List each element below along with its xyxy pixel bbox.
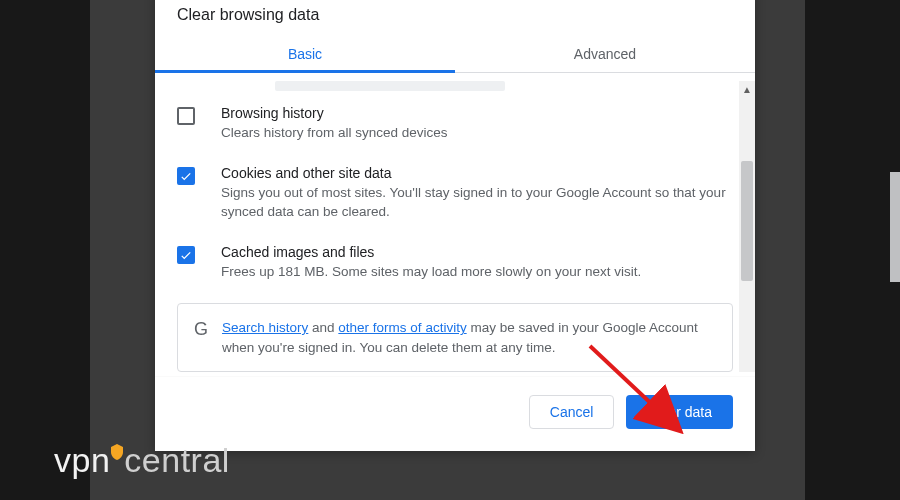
scroll-up-icon[interactable]: ▲ [739,81,755,97]
link-search-history[interactable]: Search history [222,320,308,335]
checkbox-browsing-history[interactable] [177,107,195,125]
watermark-left: vpn [54,441,110,479]
dialog-title: Clear browsing data [155,0,755,34]
cancel-button[interactable]: Cancel [529,395,615,429]
tab-basic[interactable]: Basic [155,34,455,72]
check-icon [179,248,193,262]
dialog-footer: Cancel Clear data [155,376,755,451]
background-right-stripe [805,0,900,500]
option-description: Frees up 181 MB. Some sites may load mor… [221,262,733,282]
option-title: Cached images and files [221,244,733,260]
dialog-scrollbar-thumb[interactable] [741,161,753,281]
dialog-scrollbar[interactable]: ▲ [739,81,755,372]
clear-data-button[interactable]: Clear data [626,395,733,429]
watermark-right: central [124,441,230,479]
option-cookies: Cookies and other site data Signs you ou… [177,165,733,222]
check-icon [179,169,193,183]
option-title: Cookies and other site data [221,165,733,181]
option-title: Browsing history [221,105,733,121]
background-left-stripe [0,0,90,500]
dialog-body: ▲ Browsing history Clears history from a… [155,81,755,372]
option-cache: Cached images and files Frees up 181 MB.… [177,244,733,282]
outer-scrollbar-thumb[interactable] [890,172,900,282]
option-description: Clears history from all synced devices [221,123,733,143]
checkbox-cache[interactable] [177,246,195,264]
time-range-placeholder [275,81,505,91]
vpncentral-watermark: vpncentral [54,441,230,480]
info-text-segment: and [308,320,338,335]
google-account-info-box: G Search history and other forms of acti… [177,303,733,372]
option-browsing-history: Browsing history Clears history from all… [177,105,733,143]
google-logo-icon: G [194,319,208,340]
link-other-activity[interactable]: other forms of activity [338,320,466,335]
watermark-divider-icon [110,441,124,479]
checkbox-cookies[interactable] [177,167,195,185]
tab-advanced[interactable]: Advanced [455,34,755,72]
info-text: Search history and other forms of activi… [222,318,716,357]
dialog-tabs: Basic Advanced [155,34,755,73]
clear-browsing-data-dialog: Clear browsing data Basic Advanced ▲ Bro… [155,0,755,451]
option-description: Signs you out of most sites. You'll stay… [221,183,733,222]
